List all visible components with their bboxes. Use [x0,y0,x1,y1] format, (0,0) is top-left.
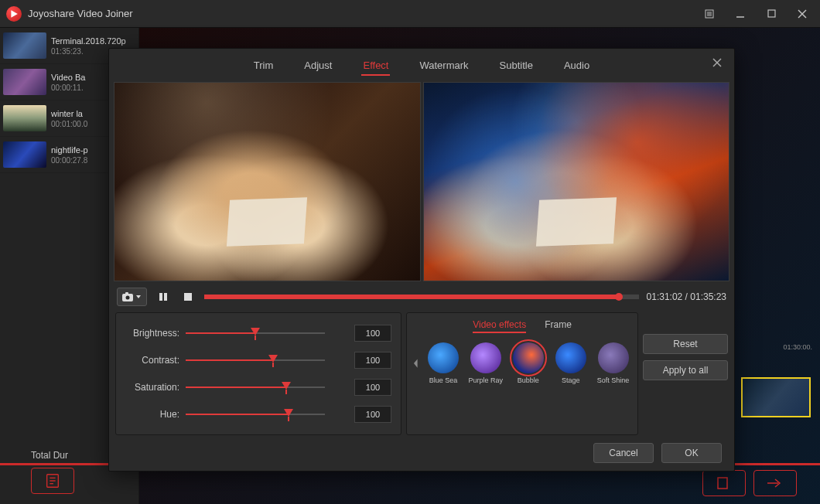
tab-trim[interactable]: Trim [252,56,275,76]
time-total: 01:35:23 [690,291,726,302]
contrast-label: Contrast: [125,355,179,366]
dialog-close-icon[interactable] [709,55,725,70]
time-current: 01:31:02 [647,291,683,302]
saturation-label: Saturation: [125,382,179,393]
tab-subtitle[interactable]: Subtitle [498,56,535,76]
ruler-mark: 01:30:00. [783,343,812,351]
fit-button[interactable] [702,470,746,496]
svg-rect-22 [164,293,167,301]
svg-rect-6 [768,10,775,17]
export-button[interactable] [753,470,797,496]
effect-soft-shine[interactable]: Soft Shine [595,342,631,384]
svg-marker-20 [136,295,141,298]
svg-marker-24 [414,359,418,367]
app-logo [6,6,22,22]
svg-rect-19 [125,292,128,295]
clip-thumb [3,69,46,95]
pause-button[interactable] [155,288,172,305]
tab-watermark[interactable]: Watermark [418,56,470,76]
svg-rect-13 [718,478,727,489]
tab-adjust[interactable]: Adjust [302,56,333,76]
progress-bar[interactable] [204,295,639,299]
svg-rect-23 [184,293,192,301]
subtab-frame[interactable]: Frame [545,318,572,333]
titlebar: Joyoshare Video Joiner [0,0,820,28]
preview-original [114,82,421,281]
maximize-button[interactable] [760,5,783,23]
effect-stage[interactable]: Stage [552,342,589,384]
clip-name: Terminal.2018.720p [51,36,135,46]
tab-effect[interactable]: Effect [361,56,390,76]
apply-all-button[interactable]: Apply to all [643,360,728,380]
list-button[interactable] [31,468,74,494]
stop-button[interactable] [179,288,196,305]
svg-rect-21 [159,293,162,301]
svg-marker-0 [11,10,17,18]
slider-panel: Brightness: 100 Contrast: 100 Saturation… [115,312,401,435]
timeline-clip-thumb[interactable] [741,377,811,417]
hue-value[interactable]: 100 [354,406,391,423]
clip-thumb [3,32,46,59]
effect-purple-ray[interactable]: Purple Ray [467,342,504,384]
contrast-slider[interactable] [186,355,325,366]
minimize-button[interactable] [729,5,752,23]
effect-dialog: Trim Adjust Effect Watermark Subtitle Au… [108,48,735,472]
hue-slider[interactable] [186,409,325,420]
effects-panel: Video effects Frame Blue Sea Purple Ray … [406,312,638,435]
svg-point-18 [126,296,130,300]
time-display: 01:31:02 / 01:35:23 [647,291,726,302]
reset-button[interactable]: Reset [643,334,728,354]
brightness-label: Brightness: [125,328,179,339]
ok-button[interactable]: OK [661,443,722,463]
app-title: Joyoshare Video Joiner [28,8,698,19]
contrast-value[interactable]: 100 [354,352,391,369]
cancel-button[interactable]: Cancel [593,443,654,463]
saturation-value[interactable]: 100 [354,379,391,396]
preview-effect [423,82,730,281]
transport-bar: 01:31:02 / 01:35:23 [109,281,734,312]
close-window-button[interactable] [791,5,814,23]
effect-bubble[interactable]: Bubble [510,342,546,384]
brightness-value[interactable]: 100 [354,325,391,342]
menu-icon[interactable] [698,5,721,23]
dialog-tabs: Trim Adjust Effect Watermark Subtitle Au… [109,49,734,82]
saturation-slider[interactable] [186,382,325,393]
snapshot-button[interactable] [117,288,147,306]
brightness-slider[interactable] [186,328,325,339]
tab-audio[interactable]: Audio [562,56,591,76]
hue-label: Hue: [125,409,179,420]
total-duration-label: Total Dur [31,450,68,461]
scroll-left-icon[interactable] [413,357,419,369]
clip-thumb [3,105,46,131]
clip-thumb [3,141,46,168]
effect-blue-sea[interactable]: Blue Sea [425,342,461,384]
subtab-video-effects[interactable]: Video effects [473,318,526,333]
